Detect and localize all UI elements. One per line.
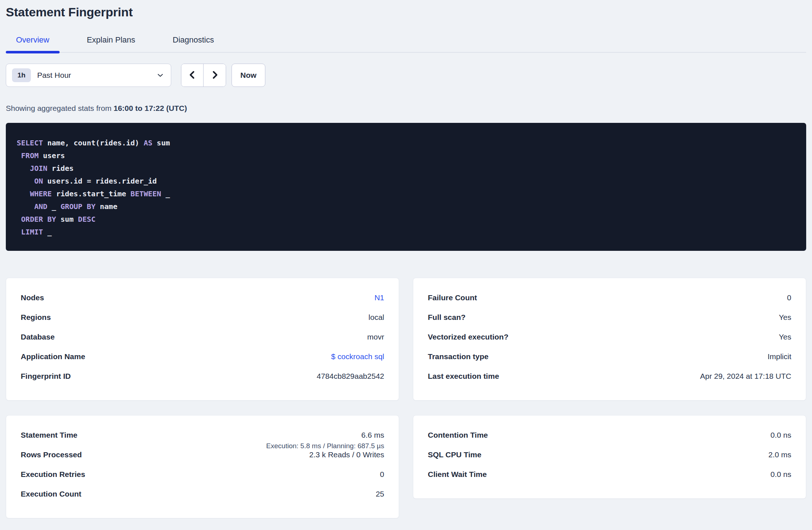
- sql-text: users: [39, 151, 65, 160]
- time-range-label: Past Hour: [37, 71, 71, 80]
- row-value-wrap: 0: [787, 293, 791, 302]
- sql-text: [17, 164, 30, 173]
- row-label: Client Wait Time: [428, 470, 487, 479]
- row-value: 0.0 ns: [771, 470, 791, 479]
- row-value: 6.6 ms: [266, 431, 384, 439]
- card-row: Transaction typeImplicit: [428, 352, 791, 372]
- sql-keyword: FROM: [21, 151, 39, 160]
- sql-statement-box: SELECT name, count(rides.id) AS sum FROM…: [6, 123, 806, 251]
- sql-keyword: BETWEEN: [130, 189, 161, 198]
- row-value-wrap: Yes: [779, 313, 791, 322]
- sql-keyword: AS: [144, 138, 152, 147]
- row-value-wrap: 25: [376, 490, 384, 498]
- tab-explain-plans[interactable]: Explain Plans: [77, 32, 145, 52]
- row-value: movr: [367, 333, 384, 341]
- row-value: local: [369, 313, 384, 322]
- sql-keyword: AND: [34, 202, 47, 211]
- row-value-wrap: Implicit: [768, 352, 791, 361]
- aggregation-note-range: 16:00 to 17:22 (UTC): [114, 104, 187, 112]
- row-value: 2.3 k Reads / 0 Writes: [309, 450, 384, 459]
- row-value: 2.0 ms: [768, 450, 791, 459]
- card-row: SQL CPU Time2.0 ms: [428, 450, 791, 470]
- sql-text: _: [47, 202, 60, 211]
- row-label: Transaction type: [428, 352, 489, 361]
- row-label: Failure Count: [428, 293, 477, 302]
- statement-fingerprint-page: Statement Fingerprint Overview Explain P…: [0, 5, 812, 518]
- card-row: Rows Processed2.3 k Reads / 0 Writes: [21, 450, 384, 470]
- sql-text: name, count(rides.id): [43, 138, 144, 147]
- chevron-left-icon: [188, 70, 197, 81]
- page-title: Statement Fingerprint: [6, 5, 806, 19]
- row-value-wrap: 4784cb829aab2542: [317, 372, 384, 381]
- sql-text: [17, 228, 21, 236]
- row-label: Nodes: [21, 293, 44, 302]
- tab-overview-label: Overview: [16, 35, 49, 44]
- time-range-dropdown[interactable]: 1h Past Hour: [6, 64, 171, 87]
- statement-details-card-right: Failure Count0Full scan?YesVectorized ex…: [413, 278, 806, 401]
- sql-text: users.id = rides.rider_id: [43, 177, 157, 185]
- row-label: Full scan?: [428, 313, 466, 322]
- sql-keyword: DESC: [78, 215, 96, 224]
- row-value-wrap: movr: [367, 333, 384, 341]
- statement-details-card-left: NodesN1RegionslocalDatabasemovrApplicati…: [6, 278, 399, 401]
- card-row: Vectorized execution?Yes: [428, 333, 791, 352]
- row-value-link[interactable]: N1: [374, 293, 384, 302]
- row-value: Yes: [779, 333, 791, 341]
- sql-text: sum: [56, 215, 78, 224]
- tab-explain-plans-label: Explain Plans: [87, 35, 135, 44]
- row-label: SQL CPU Time: [428, 450, 481, 459]
- row-value: 0: [380, 470, 384, 479]
- card-row: Full scan?Yes: [428, 313, 791, 333]
- sql-keyword: SELECT: [17, 138, 43, 147]
- row-value: 0.0 ns: [771, 431, 791, 439]
- row-value: Apr 29, 2024 at 17:18 UTC: [700, 372, 791, 381]
- next-time-window-button[interactable]: [204, 64, 226, 87]
- sql-text: _: [43, 228, 52, 236]
- row-label: Database: [21, 333, 55, 341]
- sql-text: [17, 177, 34, 185]
- previous-time-window-button[interactable]: [181, 64, 204, 87]
- row-value-wrap: 0.0 ns: [771, 431, 791, 439]
- tab-diagnostics[interactable]: Diagnostics: [162, 32, 224, 52]
- sql-text: [17, 151, 21, 160]
- row-value-wrap: N1: [374, 293, 384, 302]
- row-label: Execution Retries: [21, 470, 85, 479]
- sql-line: FROM users: [17, 149, 795, 162]
- row-label: Execution Count: [21, 490, 81, 498]
- row-value-wrap: 0: [380, 470, 384, 479]
- sql-text: [17, 189, 30, 198]
- row-value-wrap: Apr 29, 2024 at 17:18 UTC: [700, 372, 791, 381]
- row-value-link[interactable]: $ cockroach sql: [331, 352, 384, 361]
- now-button[interactable]: Now: [232, 64, 265, 87]
- row-value: 25: [376, 490, 384, 498]
- row-value-wrap: 2.0 ms: [768, 450, 791, 459]
- summary-cards: NodesN1RegionslocalDatabasemovrApplicati…: [6, 278, 806, 518]
- row-label: Last execution time: [428, 372, 499, 381]
- card-row: NodesN1: [21, 293, 384, 313]
- sql-line: WHERE rides.start_time BETWEEN _: [17, 188, 795, 200]
- row-value: Yes: [779, 313, 791, 322]
- sql-text: name: [96, 202, 117, 211]
- sql-line: ON users.id = rides.rider_id: [17, 175, 795, 188]
- row-value: 0: [787, 293, 791, 302]
- sql-line: ORDER BY sum DESC: [17, 213, 795, 226]
- sql-text: _: [161, 189, 170, 198]
- row-value: 4784cb829aab2542: [317, 372, 384, 381]
- row-label: Fingerprint ID: [21, 372, 71, 381]
- tab-diagnostics-label: Diagnostics: [173, 35, 214, 44]
- sql-keyword: LIMIT: [21, 228, 43, 236]
- card-row: Failure Count0: [428, 293, 791, 313]
- row-value-wrap: 0.0 ns: [771, 470, 791, 479]
- card-row: Regionslocal: [21, 313, 384, 333]
- tab-bar: Overview Explain Plans Diagnostics: [6, 32, 806, 53]
- statement-timing-card-right: Contention Time0.0 nsSQL CPU Time2.0 msC…: [413, 415, 806, 499]
- tab-overview[interactable]: Overview: [6, 32, 60, 52]
- sql-text: [17, 202, 34, 211]
- aggregation-note: Showing aggregated stats from 16:00 to 1…: [6, 104, 806, 113]
- sql-text: sum: [152, 138, 170, 147]
- card-row: Execution Retries0: [21, 470, 384, 490]
- row-value-wrap: 2.3 k Reads / 0 Writes: [309, 450, 384, 459]
- aggregation-note-prefix: Showing aggregated stats from: [6, 104, 114, 112]
- sql-keyword: WHERE: [30, 189, 52, 198]
- row-value-wrap: local: [369, 313, 384, 322]
